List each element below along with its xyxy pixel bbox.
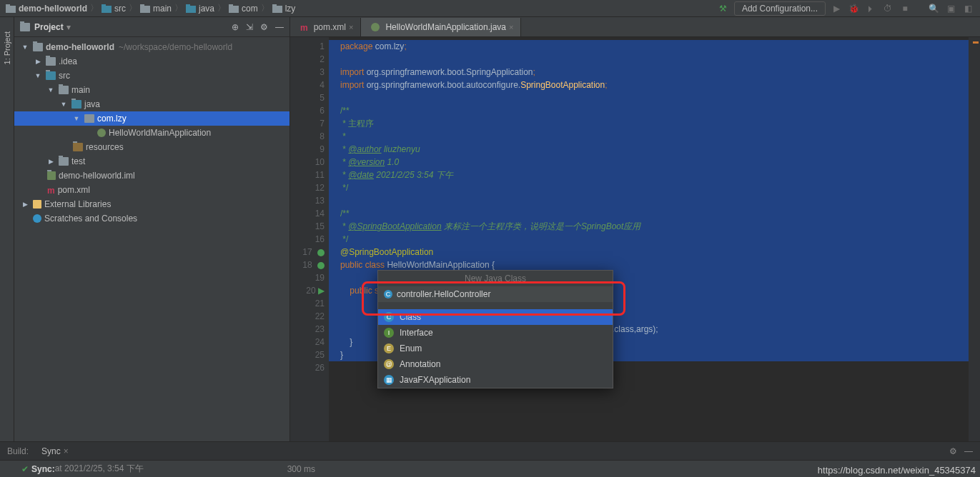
sync-time: at 2021/2/25, 3:54 下午 bbox=[55, 463, 144, 475]
class-icon: C bbox=[384, 290, 392, 298]
folder-icon bbox=[6, 4, 16, 14]
tree-item[interactable]: demo-helloworld.iml bbox=[59, 171, 135, 181]
class-name-input[interactable]: controller.HelloController bbox=[397, 289, 490, 299]
tree-item[interactable]: HelloWorldMainApplication bbox=[109, 128, 211, 138]
hide-icon[interactable]: — bbox=[275, 22, 284, 32]
tab-app[interactable]: HelloWorldMainApplication.java× bbox=[361, 18, 521, 36]
close-icon[interactable]: × bbox=[509, 23, 513, 31]
coverage-icon[interactable]: ⏵ bbox=[864, 2, 877, 15]
profile-icon[interactable]: ⏱ bbox=[881, 2, 894, 15]
gutter[interactable]: 1234567891011121314151617 18 1920 ▶21222… bbox=[290, 37, 329, 441]
folder-icon bbox=[102, 4, 112, 14]
folder-icon bbox=[140, 4, 150, 14]
project-side-tab[interactable]: 1: Project bbox=[3, 31, 11, 64]
breadcrumb[interactable]: demo-helloworld〉 src〉 main〉 java〉 com〉 l… bbox=[6, 2, 295, 14]
folder-icon bbox=[229, 4, 239, 14]
top-bar: demo-helloworld〉 src〉 main〉 java〉 com〉 l… bbox=[0, 0, 980, 17]
svg-rect-11 bbox=[272, 4, 277, 6]
build-tab-sync[interactable]: Sync× bbox=[37, 445, 73, 458]
svg-rect-0 bbox=[6, 6, 16, 13]
check-icon: ✔ bbox=[21, 464, 29, 474]
tree-item[interactable]: pom.xml bbox=[58, 185, 90, 195]
close-icon[interactable]: × bbox=[349, 23, 353, 31]
add-configuration-button[interactable]: Add Configuration... bbox=[734, 1, 826, 16]
panel-header: Project ▾ ⊕ ⇲ ⚙ — bbox=[14, 17, 289, 37]
project-panel: Project ▾ ⊕ ⇲ ⚙ — ▼demo-helloworld~/work… bbox=[14, 17, 290, 441]
run-icon[interactable]: ▶ bbox=[830, 2, 843, 15]
popup-title: New Java Class bbox=[378, 271, 613, 286]
hide-icon[interactable]: — bbox=[964, 446, 973, 456]
build-bar: Build: Sync× ⚙ — bbox=[0, 441, 980, 460]
popup-item-enum[interactable]: EEnum bbox=[378, 341, 613, 356]
tree-item[interactable]: main bbox=[71, 85, 90, 95]
class-icon: C bbox=[384, 312, 394, 322]
project-tree[interactable]: ▼demo-helloworld~/workspace/demo-hellowo… bbox=[14, 37, 289, 441]
enum-icon: E bbox=[384, 343, 394, 353]
spring-icon bbox=[371, 23, 380, 31]
avatar-icon[interactable]: ◧ bbox=[961, 2, 974, 15]
interface-icon: I bbox=[384, 328, 394, 338]
expand-icon[interactable]: ⇲ bbox=[246, 22, 253, 32]
popup-input-row[interactable]: C controller.HelloController bbox=[378, 286, 613, 302]
package-icon bbox=[272, 4, 282, 14]
popup-item-javafx[interactable]: ▦JavaFXApplication bbox=[378, 372, 613, 388]
debug-icon[interactable]: 🐞 bbox=[847, 2, 860, 15]
tree-item[interactable]: resources bbox=[86, 142, 124, 152]
svg-rect-8 bbox=[229, 6, 239, 13]
annotation-icon: @ bbox=[384, 359, 394, 369]
tree-item[interactable]: Scratches and Consoles bbox=[44, 214, 137, 224]
library-icon bbox=[33, 200, 41, 209]
bc-root[interactable]: demo-helloworld bbox=[19, 4, 87, 14]
left-tool-strip[interactable]: 1: Project bbox=[0, 17, 14, 441]
editor-tabs: mpom.xml× HelloWorldMainApplication.java… bbox=[290, 17, 980, 37]
layout-icon[interactable]: ▣ bbox=[944, 2, 957, 15]
toolbar-right: ⚒ Add Configuration... ▶ 🐞 ⏵ ⏱ ■ 🔍 ▣ ◧ bbox=[717, 1, 974, 16]
watermark: https://blog.csdn.net/weixin_45345374 bbox=[818, 465, 976, 476]
chevron-down-icon[interactable]: ▾ bbox=[66, 22, 71, 32]
tree-item[interactable]: src bbox=[59, 71, 70, 81]
svg-rect-9 bbox=[229, 4, 233, 6]
svg-rect-4 bbox=[140, 6, 150, 13]
sync-label: Sync: bbox=[31, 464, 55, 474]
search-icon[interactable]: 🔍 bbox=[927, 2, 940, 15]
svg-rect-1 bbox=[6, 4, 10, 6]
tree-item[interactable]: .idea bbox=[59, 56, 77, 66]
gear-icon[interactable]: ⚙ bbox=[260, 22, 268, 32]
svg-rect-7 bbox=[186, 4, 190, 6]
tree-item-selected[interactable]: com.lzy bbox=[97, 114, 127, 124]
run-gutter-icon[interactable] bbox=[317, 249, 325, 256]
svg-rect-2 bbox=[102, 6, 112, 13]
svg-rect-5 bbox=[140, 4, 144, 6]
maven-icon: m bbox=[47, 186, 55, 194]
popup-item-class[interactable]: CClass bbox=[378, 309, 613, 325]
project-icon bbox=[20, 23, 30, 31]
sync-duration: 300 ms bbox=[287, 464, 315, 474]
tree-item[interactable]: test bbox=[71, 156, 85, 166]
close-icon[interactable]: × bbox=[64, 446, 69, 456]
spring-icon bbox=[97, 129, 106, 137]
javafx-icon: ▦ bbox=[384, 375, 394, 385]
tree-item[interactable]: java bbox=[84, 99, 100, 109]
maven-icon: m bbox=[300, 23, 308, 31]
stop-icon[interactable]: ■ bbox=[899, 2, 911, 15]
svg-rect-3 bbox=[102, 4, 106, 6]
scratch-icon bbox=[33, 214, 41, 223]
run-gutter-icon[interactable] bbox=[317, 262, 325, 269]
hammer-icon[interactable]: ⚒ bbox=[717, 2, 730, 15]
gear-icon[interactable]: ⚙ bbox=[949, 446, 957, 456]
locate-icon[interactable]: ⊕ bbox=[232, 22, 239, 32]
popup-item-annotation[interactable]: @Annotation bbox=[378, 356, 613, 372]
popup-list: CClass IInterface EEnum @Annotation ▦Jav… bbox=[378, 309, 613, 388]
popup-item-interface[interactable]: IInterface bbox=[378, 325, 613, 341]
folder-icon bbox=[186, 4, 196, 14]
new-class-popup: New Java Class C controller.HelloControl… bbox=[377, 270, 613, 388]
panel-title[interactable]: Project bbox=[34, 22, 64, 32]
build-label: Build: bbox=[7, 446, 29, 456]
error-stripe[interactable] bbox=[969, 37, 980, 441]
tree-item[interactable]: External Libraries bbox=[44, 199, 111, 209]
svg-rect-10 bbox=[272, 6, 282, 13]
tab-pom[interactable]: mpom.xml× bbox=[290, 18, 361, 36]
tree-root[interactable]: demo-helloworld bbox=[46, 42, 114, 52]
svg-rect-6 bbox=[186, 6, 196, 13]
